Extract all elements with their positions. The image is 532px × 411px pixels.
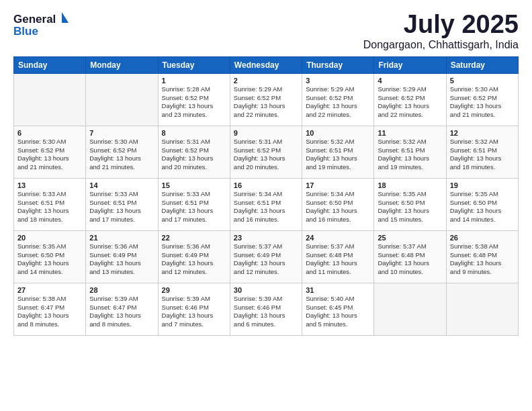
calendar-cell: 27Sunrise: 5:38 AMSunset: 6:47 PMDayligh… (14, 283, 86, 335)
weekday-header-wednesday: Wednesday (230, 56, 302, 73)
svg-text:Blue: Blue (13, 25, 38, 38)
calendar-cell: 30Sunrise: 5:39 AMSunset: 6:46 PMDayligh… (230, 283, 302, 335)
day-info: Sunrise: 5:37 AMSunset: 6:49 PMDaylight:… (234, 242, 298, 277)
calendar-week-5: 27Sunrise: 5:38 AMSunset: 6:47 PMDayligh… (14, 283, 519, 335)
calendar-week-4: 20Sunrise: 5:35 AMSunset: 6:50 PMDayligh… (14, 230, 519, 283)
calendar-cell: 21Sunrise: 5:36 AMSunset: 6:49 PMDayligh… (86, 230, 158, 283)
day-number: 9 (234, 129, 298, 137)
calendar-cell: 12Sunrise: 5:32 AMSunset: 6:51 PMDayligh… (446, 126, 518, 178)
day-number: 4 (378, 77, 442, 85)
calendar-cell: 11Sunrise: 5:32 AMSunset: 6:51 PMDayligh… (374, 126, 446, 178)
calendar-cell: 9Sunrise: 5:31 AMSunset: 6:52 PMDaylight… (230, 126, 302, 178)
day-info: Sunrise: 5:35 AMSunset: 6:50 PMDaylight:… (17, 242, 82, 277)
weekday-header-tuesday: Tuesday (158, 56, 230, 73)
calendar-cell: 15Sunrise: 5:33 AMSunset: 6:51 PMDayligh… (158, 178, 230, 230)
calendar-cell: 8Sunrise: 5:31 AMSunset: 6:52 PMDaylight… (158, 126, 230, 178)
day-info: Sunrise: 5:33 AMSunset: 6:51 PMDaylight:… (162, 190, 226, 224)
weekday-header-monday: Monday (86, 56, 158, 73)
day-number: 19 (450, 181, 515, 189)
page: GeneralBlue July 2025 Dongargaon, Chhatt… (0, 0, 532, 411)
logo: GeneralBlue (13, 11, 74, 39)
day-number: 22 (162, 234, 226, 242)
weekday-header-saturday: Saturday (446, 56, 518, 73)
day-info: Sunrise: 5:40 AMSunset: 6:45 PMDaylight:… (306, 295, 370, 329)
day-info: Sunrise: 5:32 AMSunset: 6:51 PMDaylight:… (378, 138, 442, 172)
calendar-cell (446, 283, 518, 335)
day-info: Sunrise: 5:34 AMSunset: 6:51 PMDaylight:… (234, 190, 298, 224)
day-number: 12 (450, 129, 515, 137)
calendar-cell: 31Sunrise: 5:40 AMSunset: 6:45 PMDayligh… (302, 283, 374, 335)
calendar-week-3: 13Sunrise: 5:33 AMSunset: 6:51 PMDayligh… (14, 178, 519, 230)
day-info: Sunrise: 5:32 AMSunset: 6:51 PMDaylight:… (450, 138, 515, 172)
title-block: July 2025 Dongargaon, Chhattisgarh, Indi… (363, 11, 519, 51)
svg-text:General: General (13, 13, 56, 26)
day-info: Sunrise: 5:35 AMSunset: 6:50 PMDaylight:… (450, 190, 515, 224)
calendar-cell (14, 73, 86, 126)
calendar-cell: 24Sunrise: 5:37 AMSunset: 6:48 PMDayligh… (302, 230, 374, 283)
calendar-cell: 17Sunrise: 5:34 AMSunset: 6:50 PMDayligh… (302, 178, 374, 230)
day-info: Sunrise: 5:33 AMSunset: 6:51 PMDaylight:… (89, 190, 154, 224)
calendar-cell: 20Sunrise: 5:35 AMSunset: 6:50 PMDayligh… (14, 230, 86, 283)
calendar-cell: 6Sunrise: 5:30 AMSunset: 6:52 PMDaylight… (14, 126, 86, 178)
weekday-header-thursday: Thursday (302, 56, 374, 73)
day-number: 15 (162, 181, 226, 189)
day-number: 20 (17, 234, 82, 242)
day-info: Sunrise: 5:29 AMSunset: 6:52 PMDaylight:… (234, 85, 298, 120)
day-info: Sunrise: 5:38 AMSunset: 6:48 PMDaylight:… (450, 242, 515, 277)
calendar-cell: 19Sunrise: 5:35 AMSunset: 6:50 PMDayligh… (446, 178, 518, 230)
day-number: 7 (89, 129, 154, 137)
day-number: 10 (306, 129, 370, 137)
day-info: Sunrise: 5:37 AMSunset: 6:48 PMDaylight:… (378, 242, 442, 277)
day-info: Sunrise: 5:36 AMSunset: 6:49 PMDaylight:… (162, 242, 226, 277)
day-number: 24 (306, 234, 370, 242)
day-number: 16 (234, 181, 298, 189)
day-info: Sunrise: 5:30 AMSunset: 6:52 PMDaylight:… (17, 138, 82, 172)
page-title: July 2025 (363, 11, 519, 39)
day-number: 23 (234, 234, 298, 242)
day-number: 29 (162, 286, 226, 294)
day-number: 31 (306, 286, 370, 294)
day-number: 26 (450, 234, 515, 242)
calendar-cell: 22Sunrise: 5:36 AMSunset: 6:49 PMDayligh… (158, 230, 230, 283)
day-number: 6 (17, 129, 82, 137)
calendar-cell: 29Sunrise: 5:39 AMSunset: 6:46 PMDayligh… (158, 283, 230, 335)
day-number: 27 (17, 286, 82, 294)
day-info: Sunrise: 5:30 AMSunset: 6:52 PMDaylight:… (450, 85, 515, 120)
day-info: Sunrise: 5:36 AMSunset: 6:49 PMDaylight:… (89, 242, 154, 277)
day-number: 5 (450, 77, 515, 85)
weekday-header-friday: Friday (374, 56, 446, 73)
day-number: 28 (89, 286, 154, 294)
calendar-cell: 2Sunrise: 5:29 AMSunset: 6:52 PMDaylight… (230, 73, 302, 126)
calendar-cell: 18Sunrise: 5:35 AMSunset: 6:50 PMDayligh… (374, 178, 446, 230)
day-info: Sunrise: 5:28 AMSunset: 6:52 PMDaylight:… (162, 85, 226, 120)
header: GeneralBlue July 2025 Dongargaon, Chhatt… (13, 11, 519, 51)
day-info: Sunrise: 5:39 AMSunset: 6:46 PMDaylight:… (234, 295, 298, 329)
calendar-cell: 23Sunrise: 5:37 AMSunset: 6:49 PMDayligh… (230, 230, 302, 283)
calendar-cell: 13Sunrise: 5:33 AMSunset: 6:51 PMDayligh… (14, 178, 86, 230)
day-number: 3 (306, 77, 370, 85)
day-info: Sunrise: 5:30 AMSunset: 6:52 PMDaylight:… (89, 138, 154, 172)
calendar-cell: 14Sunrise: 5:33 AMSunset: 6:51 PMDayligh… (86, 178, 158, 230)
calendar-cell (374, 283, 446, 335)
day-info: Sunrise: 5:39 AMSunset: 6:46 PMDaylight:… (162, 295, 226, 329)
day-info: Sunrise: 5:34 AMSunset: 6:50 PMDaylight:… (306, 190, 370, 224)
day-info: Sunrise: 5:32 AMSunset: 6:51 PMDaylight:… (306, 138, 370, 172)
weekday-header-sunday: Sunday (14, 56, 86, 73)
day-number: 11 (378, 129, 442, 137)
calendar-cell: 28Sunrise: 5:39 AMSunset: 6:47 PMDayligh… (86, 283, 158, 335)
calendar-cell: 10Sunrise: 5:32 AMSunset: 6:51 PMDayligh… (302, 126, 374, 178)
calendar-table: SundayMondayTuesdayWednesdayThursdayFrid… (13, 56, 519, 336)
calendar-cell: 3Sunrise: 5:29 AMSunset: 6:52 PMDaylight… (302, 73, 374, 126)
day-info: Sunrise: 5:29 AMSunset: 6:52 PMDaylight:… (378, 85, 442, 120)
day-number: 13 (17, 181, 82, 189)
day-info: Sunrise: 5:37 AMSunset: 6:48 PMDaylight:… (306, 242, 370, 277)
day-info: Sunrise: 5:39 AMSunset: 6:47 PMDaylight:… (89, 295, 154, 329)
day-number: 1 (162, 77, 226, 85)
day-number: 30 (234, 286, 298, 294)
day-number: 8 (162, 129, 226, 137)
logo-svg: GeneralBlue (13, 11, 74, 39)
svg-marker-2 (62, 12, 69, 23)
day-info: Sunrise: 5:38 AMSunset: 6:47 PMDaylight:… (17, 295, 82, 329)
calendar-week-2: 6Sunrise: 5:30 AMSunset: 6:52 PMDaylight… (14, 126, 519, 178)
calendar-cell: 5Sunrise: 5:30 AMSunset: 6:52 PMDaylight… (446, 73, 518, 126)
